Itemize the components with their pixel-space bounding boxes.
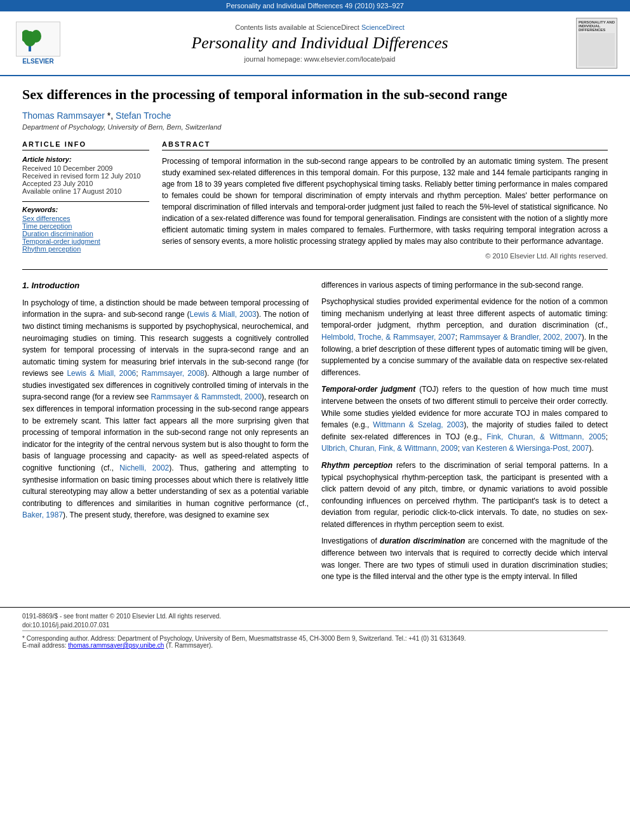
body-col2-p2: Psychophysical studies provided experime… [321, 296, 608, 378]
abstract-label: ABSTRACT [162, 140, 608, 150]
journal-citation-text: Personality and Individual Differences 4… [226, 2, 404, 10]
elsevier-emblem-svg [22, 25, 54, 53]
elsevier-tree-icon [16, 22, 60, 57]
nichelli-2002-link[interactable]: Nichelli, 2002 [119, 463, 169, 472]
helmbold-link[interactable]: Helmbold, Troche, & Rammsayer, 2007 [321, 333, 455, 342]
content-area: Sex differences in the processing of tem… [0, 76, 630, 597]
vankesteren-link[interactable]: van Kesteren & Wiersinga-Post, 2007 [462, 444, 589, 453]
fink-link[interactable]: Fink, Churan, & Wittmann, 2005 [486, 432, 605, 441]
body-col1-p1: In psychology of time, a distinction sho… [22, 297, 309, 521]
email-label: E-mail address: [22, 642, 66, 649]
elsevier-logo-container: ELSEVIER [13, 22, 64, 65]
journal-header-center: Contents lists available at ScienceDirec… [64, 23, 576, 63]
email-link[interactable]: thomas.rammsayer@psy.unibe.ch [68, 642, 164, 649]
article-info-panel: ARTICLE INFO Article history: Received 1… [22, 140, 149, 260]
journal-thumbnail: PERSONALITY AND INDIVIDUAL DIFFERENCES [576, 18, 617, 69]
body-col-left: 1. Introduction In psychology of time, a… [22, 279, 309, 588]
journal-citation-bar: Personality and Individual Differences 4… [0, 0, 630, 11]
body-col2-p3: Temporal-order judgment (TOJ) refers to … [321, 383, 608, 455]
body-col2-p5: Investigations of duration discriminatio… [321, 535, 608, 582]
footer-area: 0191-8869/$ - see front matter © 2010 El… [0, 607, 630, 654]
journal-title: Personality and Individual Differences [64, 34, 576, 53]
section1-heading: 1. Introduction [22, 279, 309, 292]
author-troche-link[interactable]: Stefan Troche [116, 110, 171, 121]
accepted-date: Accepted 23 July 2010 [22, 180, 149, 187]
elsevier-label: ELSEVIER [22, 58, 53, 65]
footer-note-2: doi:10.1016/j.paid.2010.07.031 [22, 622, 608, 629]
sciencedirect-line: Contents lists available at ScienceDirec… [64, 23, 576, 31]
history-label: Article history: [22, 156, 149, 163]
article-title: Sex differences in the processing of tem… [22, 86, 608, 104]
svg-point-2 [31, 30, 41, 43]
rammsayer-rammstedt-link[interactable]: Rammsayer & Rammstedt, 2000 [151, 392, 262, 401]
duration-disc-heading: duration discrimination [380, 537, 465, 545]
author-rammsayer-link[interactable]: Thomas Rammsayer [22, 110, 105, 121]
thumbnail-image [579, 33, 615, 66]
lewis-miall-2003-link[interactable]: Lewis & Miall, 2003 [190, 310, 257, 319]
toj-heading: Temporal-order judgment [321, 385, 415, 394]
email-name: (T. Rammsayer). [166, 642, 213, 649]
keyword-1[interactable]: Sex differences [22, 215, 149, 222]
received-date: Received 10 December 2009 [22, 164, 149, 172]
keywords-list: Sex differences Time perception Duration… [22, 215, 149, 253]
body-two-col: 1. Introduction In psychology of time, a… [22, 279, 608, 588]
body-col2-p4: Rhythm perception refers to the discrimi… [321, 460, 608, 531]
lewis-miall-2006-link[interactable]: Lewis & Miall, 2006 [67, 369, 136, 378]
rammsayer-2008-link[interactable]: Rammsayer, 2008 [142, 369, 204, 378]
thumbnail-title: PERSONALITY AND INDIVIDUAL DIFFERENCES [579, 20, 615, 32]
ulbrich-link[interactable]: Ulbrich, Churan, Fink, & Wittmann, 2009 [321, 444, 458, 453]
available-date: Available online 17 August 2010 [22, 187, 149, 195]
keyword-5[interactable]: Rhythm perception [22, 245, 149, 253]
corresponding-author-note: * Corresponding author. Address: Departm… [22, 630, 608, 649]
affiliation: Department of Psychology, University of … [22, 123, 608, 131]
keyword-2[interactable]: Time perception [22, 222, 149, 230]
body-col-right: differences in various aspects of timing… [321, 279, 608, 588]
keywords-group: Keywords: Sex differences Time perceptio… [22, 206, 149, 253]
copyright-line: © 2010 Elsevier Ltd. All rights reserved… [162, 252, 608, 260]
abstract-text: Processing of temporal information in th… [162, 156, 608, 247]
section-divider [22, 269, 608, 270]
body-col2-p1: differences in various aspects of timing… [321, 279, 608, 291]
journal-header: ELSEVIER Contents lists available at Sci… [0, 11, 630, 76]
article-history-group: Article history: Received 10 December 20… [22, 156, 149, 195]
wittmann-szelag-link[interactable]: Wittmann & Szelag, 2003 [373, 420, 464, 429]
sciencedirect-link[interactable]: ScienceDirect [361, 23, 405, 31]
authors-line: Thomas Rammsayer *, Stefan Troche [22, 110, 608, 121]
article-info-label: ARTICLE INFO [22, 140, 149, 150]
rammsayer-brandler-link[interactable]: Rammsayer & Brandler, 2002, 2007 [460, 333, 582, 342]
abstract-panel: ABSTRACT Processing of temporal informat… [162, 140, 608, 260]
keyword-4[interactable]: Temporal-order judgment [22, 237, 149, 245]
baker-1987-link[interactable]: Baker, 1987 [22, 510, 63, 519]
footer-note-1: 0191-8869/$ - see front matter © 2010 El… [22, 613, 608, 620]
keywords-label: Keywords: [22, 206, 149, 213]
journal-homepage: journal homepage: www.elsevier.com/locat… [64, 55, 576, 63]
article-info-abstract-container: ARTICLE INFO Article history: Received 1… [22, 140, 608, 260]
info-divider [22, 201, 149, 202]
rhythm-heading: Rhythm perception [321, 461, 392, 470]
keyword-3[interactable]: Duration discrimination [22, 230, 149, 237]
revised-date: Received in revised form 12 July 2010 [22, 172, 149, 180]
